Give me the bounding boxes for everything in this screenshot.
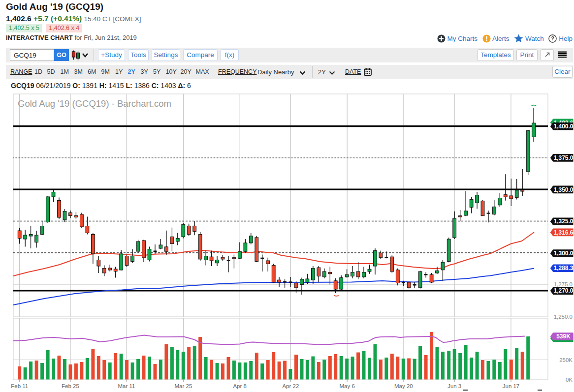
svg-text:1,270.0: 1,270.0 xyxy=(553,287,573,294)
svg-text:1,300.0: 1,300.0 xyxy=(553,250,573,257)
svg-text:Feb 25: Feb 25 xyxy=(62,383,79,389)
svg-text:1,316.6: 1,316.6 xyxy=(553,229,573,236)
svg-text:Mar 25: Mar 25 xyxy=(175,383,192,389)
svg-text:Jun 3: Jun 3 xyxy=(447,383,461,389)
svg-text:1,375.0: 1,375.0 xyxy=(553,154,573,161)
svg-text:539K: 539K xyxy=(556,333,571,340)
svg-text:Apr 22: Apr 22 xyxy=(282,383,299,389)
svg-text:Gold Aug '19 (GCQ19) - Barchar: Gold Aug '19 (GCQ19) - Barchart.com xyxy=(18,98,171,109)
svg-text:250K: 250K xyxy=(559,357,573,363)
svg-text:May 6: May 6 xyxy=(340,383,355,389)
svg-text:Apr 8: Apr 8 xyxy=(233,383,247,389)
svg-text:Mar 11: Mar 11 xyxy=(118,383,135,389)
svg-text:1,400.0: 1,400.0 xyxy=(553,123,573,130)
svg-text:1,275.0: 1,275.0 xyxy=(554,281,573,287)
svg-text:Feb 11: Feb 11 xyxy=(11,383,28,389)
svg-text:1,350.0: 1,350.0 xyxy=(553,186,573,193)
svg-text:0K: 0K xyxy=(566,377,573,383)
svg-text:May 20: May 20 xyxy=(394,383,413,389)
svg-text:1,250.0: 1,250.0 xyxy=(554,314,573,320)
svg-text:1,325.0: 1,325.0 xyxy=(553,218,573,225)
svg-text:1,288.3: 1,288.3 xyxy=(553,265,573,271)
svg-text:Jun 17: Jun 17 xyxy=(503,383,520,389)
